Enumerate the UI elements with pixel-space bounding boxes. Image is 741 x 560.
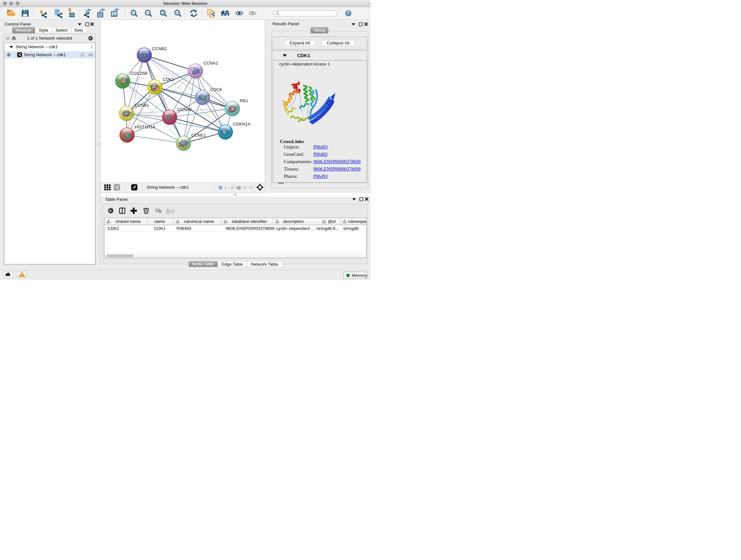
svg-text:String Network – cdk1: String Network – cdk1	[146, 185, 189, 190]
svg-text:CCNB2: CCNB2	[152, 46, 166, 51]
svg-text:0 – 0: 0 – 0	[244, 186, 253, 190]
svg-text:CCNA2: CCNA2	[177, 107, 192, 112]
svg-text:RB1: RB1	[240, 98, 248, 103]
svg-text:1 – 0: 1 – 0	[224, 186, 233, 190]
svg-text:CDC25B: CDC25B	[130, 71, 147, 75]
svg-text:CCNA1: CCNA1	[203, 60, 218, 65]
svg-text:CCNB1: CCNB1	[134, 103, 149, 108]
svg-text:CDKN1A: CDKN1A	[232, 121, 250, 126]
svg-text:f(x): f(x)	[166, 207, 174, 214]
svg-text:CCNE1: CCNE1	[191, 133, 206, 138]
svg-text:CDK1: CDK1	[162, 77, 174, 81]
svg-text:CDC6: CDC6	[210, 87, 222, 92]
svg-text:HIST1H1A: HIST1H1A	[135, 124, 155, 129]
